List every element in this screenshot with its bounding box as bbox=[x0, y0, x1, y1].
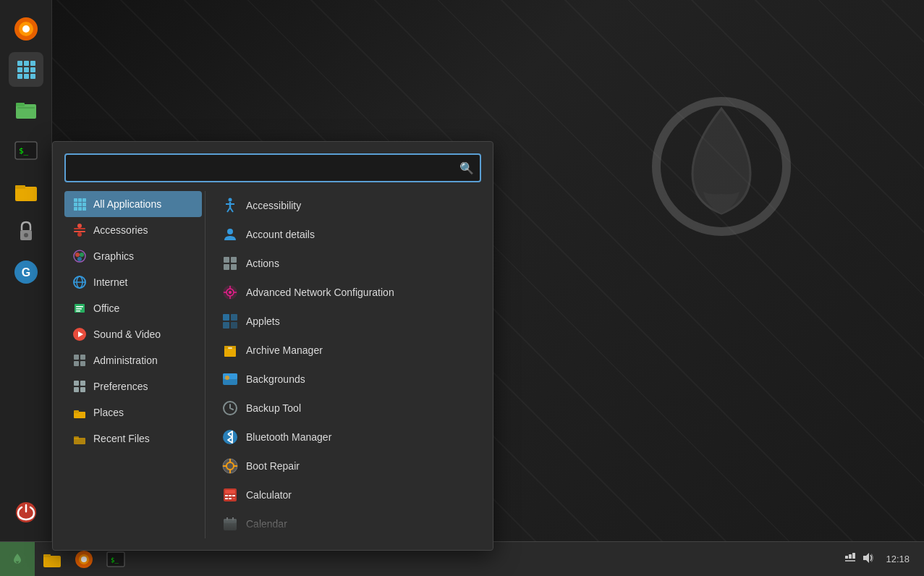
calendar-app-icon bbox=[221, 515, 239, 533]
archive-manager-app-icon bbox=[221, 342, 239, 359]
dock-firefox[interactable] bbox=[9, 12, 43, 46]
app-accessibility-label: Accessibility bbox=[246, 200, 301, 211]
svg-rect-34 bbox=[74, 228, 85, 229]
internet-icon bbox=[72, 274, 88, 290]
svg-rect-118 bbox=[845, 556, 848, 559]
app-actions[interactable]: Actions bbox=[214, 249, 481, 278]
office-icon bbox=[72, 300, 88, 316]
app-backup-tool-label: Backup Tool bbox=[246, 402, 301, 414]
svg-point-89 bbox=[225, 376, 229, 380]
app-accessibility[interactable]: Accessibility bbox=[214, 191, 481, 220]
app-advanced-network[interactable]: Advanced Network Configuration bbox=[214, 278, 481, 307]
app-calculator[interactable]: Calculator bbox=[214, 480, 481, 509]
category-places[interactable]: Places bbox=[64, 399, 202, 425]
app-bluetooth[interactable]: Bluetooth Manager bbox=[214, 423, 481, 452]
apps-panel: Accessibility Account details bbox=[208, 191, 481, 538]
svg-rect-12 bbox=[30, 74, 35, 79]
app-applets-label: Applets bbox=[246, 315, 280, 327]
svg-rect-47 bbox=[76, 308, 82, 310]
svg-point-3 bbox=[22, 25, 30, 33]
svg-rect-102 bbox=[232, 495, 235, 496]
category-all-label: All Applications bbox=[93, 198, 161, 210]
svg-rect-71 bbox=[224, 264, 229, 270]
menu-divider bbox=[205, 191, 205, 538]
calculator-app-icon bbox=[221, 486, 239, 504]
app-boot-repair[interactable]: Boot Repair bbox=[214, 452, 481, 480]
category-recent[interactable]: Recent Files bbox=[64, 425, 202, 452]
svg-text:$_: $_ bbox=[111, 556, 119, 564]
svg-rect-31 bbox=[74, 207, 77, 211]
dock-terminal[interactable]: $_ bbox=[9, 133, 43, 168]
taskbar-clock: 12:18 bbox=[880, 554, 915, 564]
app-applets[interactable]: Applets bbox=[214, 307, 481, 336]
category-sound-video-label: Sound & Video bbox=[93, 329, 161, 340]
svg-point-40 bbox=[80, 253, 84, 257]
search-icon[interactable]: 🔍 bbox=[459, 161, 474, 175]
search-input[interactable] bbox=[72, 158, 459, 178]
svg-rect-107 bbox=[224, 519, 237, 523]
app-backgrounds[interactable]: Backgrounds bbox=[214, 365, 481, 394]
svg-rect-72 bbox=[231, 264, 237, 270]
svg-rect-112 bbox=[43, 554, 51, 557]
categories-panel: All Applications Accessories bbox=[64, 191, 202, 538]
svg-rect-11 bbox=[24, 74, 29, 79]
dock-lock[interactable] bbox=[9, 214, 43, 249]
svg-rect-30 bbox=[82, 203, 86, 206]
app-archive-manager-label: Archive Manager bbox=[246, 344, 323, 356]
svg-marker-122 bbox=[863, 553, 869, 563]
category-all[interactable]: All Applications bbox=[64, 191, 202, 217]
category-administration[interactable]: Administration bbox=[64, 347, 202, 373]
app-archive-manager[interactable]: Archive Manager bbox=[214, 336, 481, 365]
dock-files[interactable] bbox=[9, 93, 43, 127]
app-boot-repair-label: Boot Repair bbox=[246, 460, 300, 472]
boot-repair-app-icon bbox=[221, 457, 239, 475]
svg-text:G: G bbox=[21, 266, 30, 279]
category-accessories[interactable]: Accessories bbox=[64, 217, 202, 243]
svg-rect-19 bbox=[15, 185, 25, 189]
dock-grub[interactable]: G bbox=[9, 255, 43, 289]
svg-rect-83 bbox=[231, 322, 237, 329]
dock: $_ G bbox=[0, 0, 52, 541]
svg-rect-51 bbox=[74, 355, 79, 360]
taskbar-systray bbox=[844, 551, 874, 567]
svg-rect-52 bbox=[80, 355, 85, 360]
svg-rect-103 bbox=[225, 498, 228, 499]
apps-panel-wrap: Accessibility Account details bbox=[208, 191, 481, 538]
search-bar[interactable]: 🔍 bbox=[64, 153, 481, 182]
menu-content: All Applications Accessories bbox=[64, 191, 481, 538]
dock-power[interactable] bbox=[9, 495, 43, 530]
svg-rect-10 bbox=[17, 74, 22, 79]
category-office-label: Office bbox=[93, 302, 119, 314]
svg-rect-35 bbox=[74, 231, 85, 232]
volume-icon[interactable] bbox=[861, 551, 874, 567]
app-bluetooth-label: Bluetooth Manager bbox=[246, 431, 331, 443]
svg-rect-101 bbox=[229, 495, 232, 496]
svg-rect-26 bbox=[78, 198, 82, 202]
category-internet-label: Internet bbox=[93, 276, 127, 288]
svg-rect-70 bbox=[231, 257, 237, 263]
svg-rect-60 bbox=[74, 410, 79, 413]
svg-rect-7 bbox=[17, 67, 22, 72]
app-account-details[interactable]: Account details bbox=[214, 220, 481, 249]
svg-rect-69 bbox=[224, 257, 229, 263]
svg-rect-55 bbox=[74, 381, 79, 386]
category-preferences[interactable]: Preferences bbox=[64, 373, 202, 399]
svg-rect-88 bbox=[223, 373, 237, 379]
category-graphics[interactable]: Graphics bbox=[64, 243, 202, 269]
svg-rect-111 bbox=[43, 556, 61, 567]
dock-apps[interactable] bbox=[9, 52, 43, 87]
category-office[interactable]: Office bbox=[64, 295, 202, 321]
dock-folder[interactable] bbox=[9, 174, 43, 208]
app-calendar[interactable]: Calendar bbox=[214, 509, 481, 538]
category-sound-video[interactable]: Sound & Video bbox=[64, 321, 202, 347]
places-icon bbox=[72, 405, 88, 420]
app-advanced-network-label: Advanced Network Configuration bbox=[246, 287, 394, 298]
sound-video-icon bbox=[72, 326, 88, 342]
taskbar-start-button[interactable] bbox=[0, 542, 35, 577]
accessibility-app-icon bbox=[221, 197, 239, 214]
category-internet[interactable]: Internet bbox=[64, 269, 202, 295]
network-icon[interactable] bbox=[844, 551, 857, 567]
taskbar-right: 12:18 bbox=[844, 551, 924, 567]
app-backup-tool[interactable]: Backup Tool bbox=[214, 394, 481, 423]
category-accessories-label: Accessories bbox=[93, 224, 148, 236]
